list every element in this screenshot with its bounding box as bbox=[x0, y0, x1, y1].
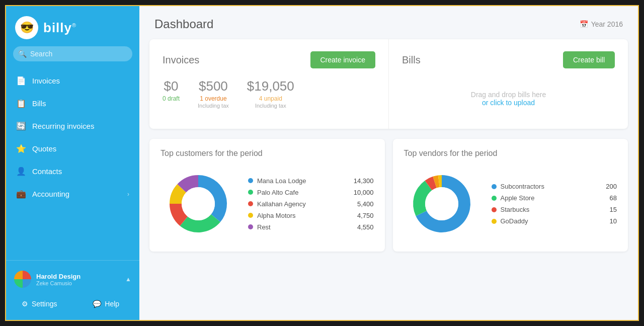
bills-card: Bills Create bill Drag and drop bills he… bbox=[388, 39, 628, 129]
sidebar-item-quotes[interactable]: ⭐ Quotes bbox=[6, 137, 139, 160]
main-header: Dashboard 📅 Year 2016 bbox=[139, 6, 638, 39]
bills-title: Bills bbox=[402, 54, 421, 66]
legend-value: 10 bbox=[597, 217, 617, 225]
legend-item: GoDaddy 10 bbox=[492, 217, 617, 225]
legend-item: Mana Loa Lodge 14,300 bbox=[248, 177, 374, 185]
sidebar-item-label: Quotes bbox=[32, 144, 56, 153]
avatar: 😎 bbox=[15, 16, 38, 39]
bills-drop-area[interactable]: Drag and drop bills here or click to upl… bbox=[402, 78, 615, 119]
legend-item: Alpha Motors 4,750 bbox=[248, 212, 374, 219]
customers-chart: Top customers for the period Mana Loa Lo… bbox=[149, 139, 385, 252]
customers-donut bbox=[160, 166, 236, 241]
sidebar-item-label: Contacts bbox=[32, 167, 62, 176]
top-cards: Invoices Create invoice $0 0 draft $500 … bbox=[149, 39, 628, 129]
user-profile[interactable]: Harold Design Zeke Camusio ▲ bbox=[6, 266, 139, 293]
legend-value: 14,300 bbox=[354, 177, 374, 185]
stat-amount: $500 bbox=[198, 78, 229, 94]
quotes-icon: ⭐ bbox=[16, 144, 26, 153]
legend-dot bbox=[248, 190, 253, 195]
search-icon: 🔍 bbox=[18, 50, 27, 58]
legend-value: 10,000 bbox=[354, 189, 374, 196]
accounting-icon: 💼 bbox=[16, 189, 26, 199]
legend-value: 4,750 bbox=[354, 212, 374, 219]
legend-label: Kallahan Agency bbox=[257, 200, 350, 208]
bottom-nav-help[interactable]: 💬Help bbox=[73, 296, 140, 312]
search-input[interactable] bbox=[13, 46, 132, 61]
stat-unpaid: $19,050 4 unpaid Including tax bbox=[247, 78, 294, 109]
vendors-chart: Top vendors for the period Subcontractor… bbox=[393, 139, 628, 252]
stat-sub: Including tax bbox=[247, 103, 294, 109]
legend-dot bbox=[248, 213, 253, 218]
search-container: 🔍 bbox=[13, 46, 132, 61]
invoices-title: Invoices bbox=[163, 54, 199, 66]
create-invoice-button[interactable]: Create invoice bbox=[310, 51, 376, 68]
sidebar-item-label: Accounting bbox=[32, 190, 69, 198]
brand-name: billy® bbox=[43, 20, 76, 36]
stat-amount: $0 bbox=[163, 78, 180, 94]
legend-dot bbox=[248, 201, 253, 206]
user-name: Harold Design bbox=[36, 273, 120, 280]
settings-icon: ⚙ bbox=[22, 300, 28, 308]
vendors-legend: Subcontractors 200 Apple Store 68 Starbu… bbox=[492, 183, 617, 225]
customers-chart-body: Mana Loa Lodge 14,300 Palo Alto Cafe 10,… bbox=[160, 166, 374, 241]
dashboard-content: Invoices Create invoice $0 0 draft $500 … bbox=[139, 39, 638, 262]
chevron-right-icon: › bbox=[127, 191, 129, 198]
legend-value: 68 bbox=[597, 194, 617, 202]
sidebar-item-label: Invoices bbox=[32, 76, 60, 85]
svg-point-0 bbox=[182, 187, 215, 220]
sidebar-item-accounting[interactable]: 💼 Accounting › bbox=[6, 183, 139, 205]
sidebar-item-invoices[interactable]: 📄 Invoices bbox=[6, 69, 139, 92]
stat-label: 1 overdue bbox=[198, 95, 229, 102]
calendar-icon: 📅 bbox=[580, 20, 588, 28]
vendors-chart-title: Top vendors for the period bbox=[404, 149, 617, 158]
main-content: Dashboard 📅 Year 2016 Invoices Create in… bbox=[139, 6, 638, 320]
legend-item: Palo Alto Cafe 10,000 bbox=[248, 189, 374, 196]
legend-label: Starbucks bbox=[501, 206, 593, 213]
stat-overdue: $500 1 overdue Including tax bbox=[198, 78, 229, 109]
legend-item: Rest 4,550 bbox=[248, 223, 374, 231]
legend-label: Apple Store bbox=[501, 194, 593, 202]
legend-value: 5,400 bbox=[354, 200, 374, 208]
sidebar-item-label: Recurring invoices bbox=[32, 122, 94, 130]
legend-item: Starbucks 15 bbox=[492, 206, 617, 213]
vendors-donut bbox=[404, 166, 479, 241]
drop-text: Drag and drop bills here bbox=[471, 91, 546, 99]
legend-label: Subcontractors bbox=[501, 183, 593, 190]
legend-item: Apple Store 68 bbox=[492, 194, 617, 202]
contacts-icon: 👤 bbox=[16, 167, 26, 176]
stat-draft: $0 0 draft bbox=[163, 78, 180, 102]
legend-label: Mana Loa Lodge bbox=[257, 177, 350, 185]
stat-sub: Including tax bbox=[198, 103, 229, 109]
bottom-nav: ⚙Settings💬Help bbox=[6, 293, 139, 315]
legend-value: 4,550 bbox=[354, 223, 374, 231]
sidebar-item-contacts[interactable]: 👤 Contacts bbox=[6, 160, 139, 183]
sidebar-item-label: Bills bbox=[32, 99, 46, 108]
vendors-chart-body: Subcontractors 200 Apple Store 68 Starbu… bbox=[404, 166, 617, 241]
create-bill-button[interactable]: Create bill bbox=[563, 51, 615, 68]
legend-dot bbox=[492, 196, 497, 201]
user-avatar bbox=[14, 271, 31, 288]
legend-dot bbox=[492, 184, 497, 189]
user-info: Harold Design Zeke Camusio bbox=[36, 273, 120, 286]
sidebar-item-recurring[interactable]: 🔄 Recurring invoices bbox=[6, 115, 139, 137]
legend-dot bbox=[248, 178, 253, 183]
legend-value: 15 bbox=[597, 206, 617, 213]
stat-label: 4 unpaid bbox=[247, 95, 294, 102]
invoices-card: Invoices Create invoice $0 0 draft $500 … bbox=[149, 39, 388, 129]
legend-label: Palo Alto Cafe bbox=[257, 189, 350, 196]
sidebar-nav: 📄 Invoices 📋 Bills 🔄 Recurring invoices … bbox=[6, 66, 139, 260]
sidebar-item-bills[interactable]: 📋 Bills bbox=[6, 92, 139, 115]
stat-label: 0 draft bbox=[163, 95, 180, 102]
recurring-icon: 🔄 bbox=[16, 121, 26, 131]
bills-icon: 📋 bbox=[16, 99, 26, 108]
bills-card-header: Bills Create bill bbox=[402, 51, 615, 68]
year-selector[interactable]: 📅 Year 2016 bbox=[580, 20, 623, 28]
page-title: Dashboard bbox=[154, 17, 213, 31]
charts-row: Top customers for the period Mana Loa Lo… bbox=[149, 139, 628, 252]
legend-value: 200 bbox=[597, 183, 617, 190]
bottom-nav-settings[interactable]: ⚙Settings bbox=[6, 296, 73, 312]
drop-link[interactable]: or click to upload bbox=[482, 99, 535, 107]
chevron-up-icon: ▲ bbox=[125, 276, 131, 283]
help-icon: 💬 bbox=[93, 300, 101, 308]
invoices-card-header: Invoices Create invoice bbox=[163, 51, 375, 68]
